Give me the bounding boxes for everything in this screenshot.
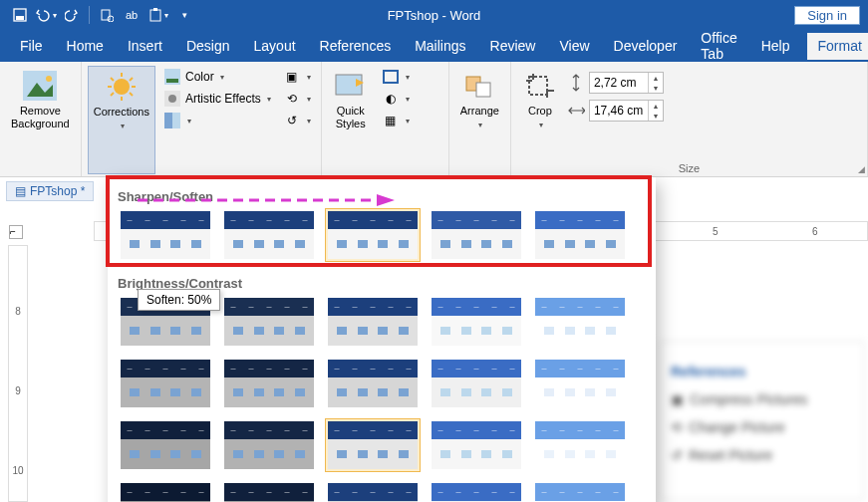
size-stack: ▲▼ ▲▼: [567, 66, 664, 160]
menu-insert[interactable]: Insert: [118, 33, 172, 60]
correction-thumb[interactable]: —————: [221, 357, 317, 410]
sharpen-soften-row: —————————————————————————: [118, 208, 646, 262]
quick-styles-label: Quick Styles: [336, 105, 366, 130]
document-tab-label: FPTshop *: [30, 184, 85, 198]
ruler-mark: 5: [713, 226, 719, 237]
correction-thumb[interactable]: —————: [325, 357, 421, 410]
crop-button[interactable]: Crop▾: [517, 66, 563, 160]
save-icon[interactable]: [8, 3, 32, 27]
spelling-icon[interactable]: ab: [121, 3, 145, 27]
group-size: Crop▾ ▲▼ ▲▼ Size ◢: [511, 62, 868, 176]
quick-styles-icon: [333, 69, 369, 103]
width-down[interactable]: ▼: [649, 111, 663, 121]
menu-file[interactable]: File: [10, 33, 53, 60]
height-icon: [567, 74, 585, 92]
signin-button[interactable]: Sign in: [794, 6, 860, 25]
svg-rect-5: [150, 10, 160, 21]
height-up[interactable]: ▲: [649, 73, 663, 83]
menu-home[interactable]: Home: [57, 33, 114, 60]
correction-thumb[interactable]: —————: [221, 295, 317, 349]
quick-styles-button[interactable]: Quick Styles: [328, 66, 374, 174]
svg-rect-29: [529, 77, 547, 95]
document-tab[interactable]: ▤ FPTshop *: [6, 181, 94, 201]
arrange-button[interactable]: Arrange▾: [455, 66, 504, 133]
undo-icon[interactable]: ▾: [34, 3, 58, 27]
svg-line-15: [111, 78, 114, 81]
correction-thumb[interactable]: —————: [532, 208, 628, 262]
correction-thumb[interactable]: —————: [118, 418, 213, 472]
picture-border-button[interactable]: ▾: [378, 66, 414, 88]
vertical-ruler[interactable]: 8 9 10: [8, 245, 28, 502]
corrections-button[interactable]: Corrections▾: [88, 66, 155, 174]
change-picture-button[interactable]: ⟲▾: [279, 88, 315, 110]
height-field[interactable]: [590, 76, 648, 90]
correction-thumb[interactable]: —————: [118, 208, 213, 262]
svg-text:ab: ab: [126, 9, 138, 21]
correction-thumb[interactable]: —————: [221, 480, 317, 502]
correction-thumb[interactable]: —————: [118, 357, 213, 410]
crop-icon: [522, 69, 558, 103]
transparency-button[interactable]: ▾: [159, 110, 275, 131]
picture-layout-button[interactable]: ▦▾: [378, 110, 414, 131]
correction-thumb[interactable]: —————: [532, 480, 628, 502]
svg-point-22: [168, 95, 176, 103]
correction-thumb[interactable]: —————: [221, 418, 317, 472]
correction-thumb[interactable]: —————: [429, 357, 524, 410]
corrections-label: Corrections▾: [94, 106, 149, 131]
svg-rect-6: [153, 8, 157, 11]
crop-label: Crop▾: [528, 105, 552, 130]
width-up[interactable]: ▲: [649, 101, 663, 111]
size-launcher-icon[interactable]: ◢: [858, 164, 865, 174]
compress-pictures-button[interactable]: ▣▾: [279, 66, 315, 88]
width-field[interactable]: [590, 104, 648, 118]
correction-thumb[interactable]: —————: [325, 480, 421, 502]
svg-rect-28: [476, 83, 490, 97]
correction-thumb[interactable]: —————: [325, 418, 421, 472]
border-icon: [382, 68, 400, 86]
tab-selector[interactable]: ⌐: [9, 225, 23, 239]
menu-view[interactable]: View: [549, 33, 599, 60]
menu-mailings[interactable]: Mailings: [405, 33, 475, 60]
correction-thumb[interactable]: —————: [429, 295, 524, 349]
correction-thumb[interactable]: —————: [325, 295, 421, 349]
correction-thumb[interactable]: —————: [532, 295, 628, 349]
menu-references[interactable]: References: [310, 33, 402, 60]
height-down[interactable]: ▼: [649, 83, 663, 93]
adjust-col2: ▣▾ ⟲▾ ↺▾: [279, 66, 315, 174]
height-input[interactable]: ▲▼: [589, 72, 664, 94]
correction-thumb[interactable]: —————: [221, 208, 317, 262]
menu-design[interactable]: Design: [176, 33, 240, 60]
remove-background-button[interactable]: Remove Background: [6, 66, 75, 133]
corrections-icon: [104, 70, 140, 104]
group-arrange: Arrange▾: [449, 62, 511, 176]
redo-icon[interactable]: [60, 3, 84, 27]
arrange-label: Arrange▾: [460, 105, 499, 130]
width-input[interactable]: ▲▼: [589, 100, 664, 122]
menu-review[interactable]: Review: [480, 33, 546, 60]
qat-customize-icon[interactable]: ▾: [172, 3, 196, 27]
menu-format[interactable]: Format: [807, 33, 868, 60]
artistic-effects-button[interactable]: Artistic Effects▾: [159, 88, 275, 110]
correction-thumb[interactable]: —————: [429, 418, 524, 472]
reset-icon: ↺: [283, 112, 301, 129]
correction-thumb[interactable]: —————: [325, 208, 421, 262]
change-icon: ⟲: [283, 90, 301, 108]
svg-point-9: [46, 76, 52, 82]
svg-point-10: [114, 79, 130, 95]
menu-layout[interactable]: Layout: [244, 33, 306, 60]
correction-thumb[interactable]: —————: [532, 418, 628, 472]
correction-thumb[interactable]: —————: [429, 480, 524, 502]
correction-thumb[interactable]: —————: [118, 480, 213, 502]
menu-help[interactable]: Help: [751, 33, 800, 60]
print-preview-icon[interactable]: [95, 3, 119, 27]
correction-thumb[interactable]: —————: [429, 208, 524, 262]
reset-picture-button[interactable]: ↺▾: [279, 110, 315, 131]
quick-access-toolbar: ▾ ab ▾ ▾: [8, 3, 196, 27]
color-button[interactable]: Color▾: [159, 66, 275, 88]
ribbon: Remove Background Corrections▾ Color▾ Ar…: [0, 62, 868, 177]
correction-thumb[interactable]: —————: [532, 357, 628, 410]
menu-developer[interactable]: Developer: [604, 33, 688, 60]
paste-icon[interactable]: ▾: [146, 3, 170, 27]
svg-rect-26: [384, 71, 398, 83]
picture-effects-button[interactable]: ◐▾: [378, 88, 414, 110]
